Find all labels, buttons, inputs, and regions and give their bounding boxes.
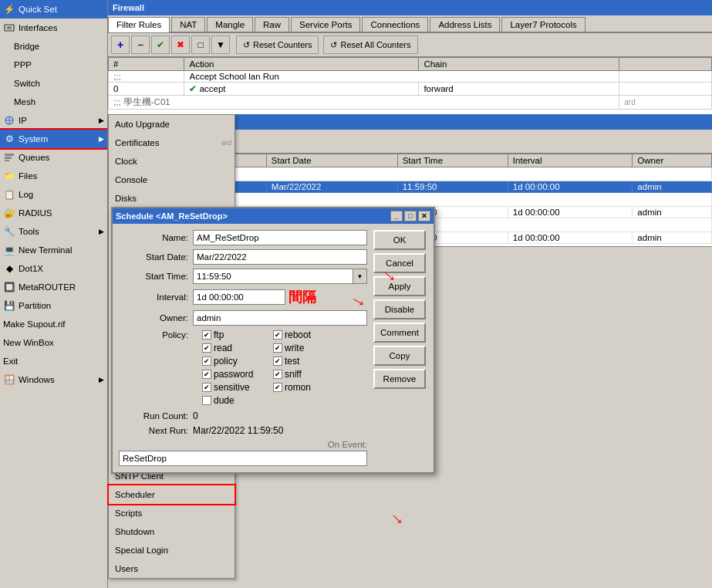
svg-rect-7 [5, 157, 12, 159]
sidebar-item-queues[interactable]: Queues [0, 148, 107, 167]
table-row[interactable]: ;;; Accept School lan Run [109, 71, 712, 83]
policy-read[interactable]: ✔ read [202, 343, 264, 353]
sidebar-item-quick-set[interactable]: ⚡ Quick Set [0, 0, 107, 19]
copy-rule-button[interactable]: □ [191, 35, 210, 54]
dialog-minimize-button[interactable]: _ [390, 211, 403, 221]
tab-layer7[interactable]: Layer7 Protocols [501, 17, 585, 32]
cancel-button[interactable]: Cancel [373, 253, 426, 273]
svg-rect-0 [5, 25, 14, 31]
comment-button[interactable]: Comment [373, 323, 426, 343]
sidebar-item-switch[interactable]: Switch [0, 74, 107, 93]
apply-button[interactable]: Apply [373, 276, 426, 296]
submenu-certificates[interactable]: Certificates ard [109, 133, 235, 152]
policy-reboot[interactable]: ✔ reboot [273, 329, 335, 340]
policy-policy[interactable]: ✔ policy [202, 356, 264, 367]
on-event-input[interactable] [119, 451, 367, 466]
submenu-scripts[interactable]: Scripts [109, 504, 235, 522]
col-sched-owner: Owner [633, 154, 712, 167]
copy-button[interactable]: Copy [373, 346, 426, 366]
remove-button[interactable]: Remove [373, 369, 426, 389]
dialog-close-button[interactable]: ✕ [418, 211, 430, 221]
next-run-label: Next Run: [119, 426, 188, 435]
start-time-dropdown-button[interactable]: ▼ [353, 269, 367, 284]
sidebar-item-windows[interactable]: 🪟 Windows ▶ [0, 370, 107, 389]
policy-romon[interactable]: ✔ romon [273, 382, 335, 393]
sidebar-item-new-terminal[interactable]: 💻 New Terminal [0, 241, 107, 259]
tab-raw[interactable]: Raw [255, 17, 289, 32]
tab-nat[interactable]: NAT [171, 17, 205, 32]
submenu-users[interactable]: Users [109, 559, 235, 578]
sidebar-item-log[interactable]: 📋 Log [0, 185, 107, 204]
reset-counters-button[interactable]: ↺ Reset Counters [236, 35, 319, 54]
policy-checkbox[interactable]: ✔ [202, 357, 211, 366]
sidebar-item-mesh[interactable]: Mesh [0, 93, 107, 111]
ftp-checkbox[interactable]: ✔ [202, 330, 211, 340]
sidebar-item-dot1x[interactable]: ◆ Dot1X [0, 259, 107, 278]
start-time-input[interactable] [193, 269, 353, 284]
table-row[interactable]: 0 ✔ accept forward [109, 83, 712, 96]
policy-write[interactable]: ✔ write [273, 343, 335, 353]
interval-input[interactable] [193, 289, 285, 305]
policy-test[interactable]: ✔ test [273, 356, 335, 367]
submenu-shutdown[interactable]: Shutdown [109, 522, 235, 541]
dude-checkbox[interactable] [202, 396, 211, 405]
sidebar-item-make-supout[interactable]: Make Supout.rif [0, 315, 107, 333]
col-chain: Chain [419, 58, 619, 71]
reset-all-counters-button[interactable]: ↺ Reset All Counters [323, 35, 417, 54]
tab-connections[interactable]: Connections [362, 17, 428, 32]
policy-dude[interactable]: dude [202, 395, 264, 406]
remove-rule-button[interactable]: − [131, 35, 150, 54]
read-checkbox[interactable]: ✔ [202, 343, 211, 353]
filter-rule-button[interactable]: ▼ [211, 35, 230, 54]
sidebar-item-bridge[interactable]: Bridge [0, 37, 107, 56]
submenu-scheduler[interactable]: Scheduler [109, 485, 235, 504]
tab-service-ports[interactable]: Service Ports [291, 17, 360, 32]
sniff-checkbox[interactable]: ✔ [273, 370, 282, 379]
romon-checkbox[interactable]: ✔ [273, 383, 282, 392]
sensitive-checkbox[interactable]: ✔ [202, 383, 211, 392]
sidebar-item-tools[interactable]: 🔧 Tools ▶ [0, 222, 107, 241]
sidebar-item-files[interactable]: 📁 Files [0, 167, 107, 185]
policy-password[interactable]: ✔ password [202, 369, 264, 380]
write-checkbox[interactable]: ✔ [273, 343, 282, 353]
submenu-special-login[interactable]: Special Login [109, 541, 235, 559]
sidebar-item-ip[interactable]: IP ▶ [0, 111, 107, 130]
tab-mangle[interactable]: Mangle [207, 17, 253, 32]
sidebar-item-radius[interactable]: 🔐 RADIUS [0, 204, 107, 222]
policy-ftp[interactable]: ✔ ftp [202, 329, 264, 340]
add-rule-button[interactable]: + [111, 35, 130, 54]
submenu-disks[interactable]: Disks [109, 189, 235, 208]
name-input[interactable] [193, 230, 367, 245]
password-checkbox[interactable]: ✔ [202, 370, 211, 379]
enable-rule-button[interactable]: ✔ [151, 35, 170, 54]
policy-row-4: ✔ password ✔ sniff [119, 369, 367, 380]
start-date-input[interactable] [193, 249, 367, 265]
tab-address-lists[interactable]: Address Lists [430, 17, 500, 32]
reboot-checkbox[interactable]: ✔ [273, 330, 282, 340]
submenu-auto-upgrade[interactable]: Auto Upgrade [109, 115, 235, 133]
submenu-console[interactable]: Console [109, 171, 235, 189]
sidebar-item-exit[interactable]: Exit [0, 352, 107, 370]
start-time-label: Start Time: [119, 272, 188, 281]
sidebar-item-interfaces[interactable]: Interfaces [0, 19, 107, 37]
ok-button[interactable]: OK [373, 230, 426, 250]
dialog-maximize-button[interactable]: □ [404, 211, 417, 221]
sidebar-item-new-winbox[interactable]: New WinBox [0, 333, 107, 352]
owner-input[interactable] [193, 310, 367, 326]
sidebar-item-system[interactable]: ⚙ System ▶ [0, 130, 107, 148]
test-checkbox[interactable]: ✔ [273, 357, 282, 366]
system-icon: ⚙ [3, 133, 15, 145]
tab-filter-rules[interactable]: Filter Rules [108, 17, 170, 32]
disable-button[interactable]: Disable [373, 299, 426, 319]
table-row[interactable]: ;;; 學生機-C01 ard [109, 96, 712, 110]
metarouter-icon: 🔲 [3, 281, 15, 293]
sidebar-item-metarouter[interactable]: 🔲 MetaROUTER [0, 278, 107, 296]
sidebar-item-partition[interactable]: 💾 Partition [0, 296, 107, 315]
sidebar-item-ppp[interactable]: PPP [0, 56, 107, 74]
policy-sniff[interactable]: ✔ sniff [273, 369, 335, 380]
submenu-clock[interactable]: Clock [109, 152, 235, 171]
tools-arrow: ▶ [99, 228, 104, 235]
disable-rule-button[interactable]: ✖ [171, 35, 190, 54]
windows-icon: 🪟 [3, 373, 15, 386]
policy-sensitive[interactable]: ✔ sensitive [202, 382, 264, 393]
